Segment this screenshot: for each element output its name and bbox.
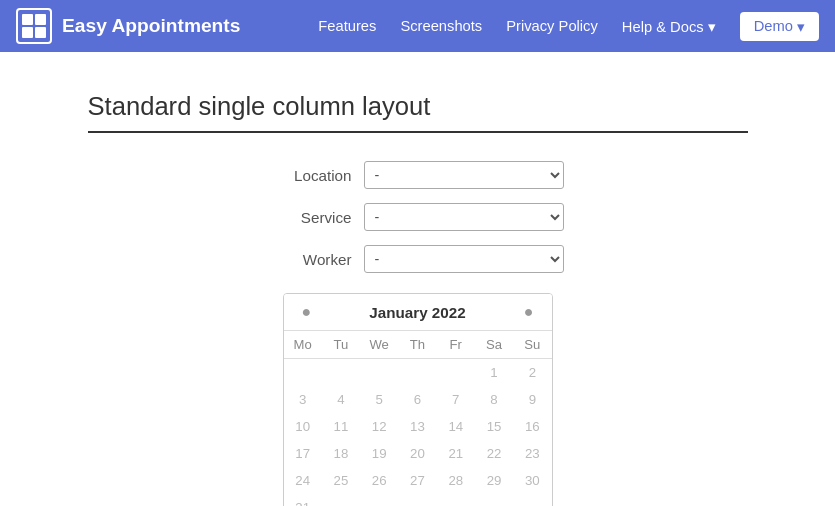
brand-label: Easy Appointments bbox=[62, 15, 240, 37]
calendar-cell[interactable]: 27 bbox=[398, 467, 436, 494]
calendar-cell[interactable]: 1 bbox=[475, 359, 513, 386]
calendar-cell[interactable]: 24 bbox=[284, 467, 322, 494]
calendar-grid: 1234567891011121314151617181920212223242… bbox=[284, 358, 552, 506]
worker-label: Worker bbox=[272, 251, 352, 268]
calendar-day-name: Mo bbox=[284, 331, 322, 358]
brand-link[interactable]: Easy Appointments bbox=[16, 8, 318, 44]
calendar-prev-button[interactable]: ● bbox=[296, 302, 318, 322]
main-content: Standard single column layout Location -… bbox=[68, 92, 768, 506]
calendar-cell bbox=[475, 494, 513, 506]
calendar-cell bbox=[322, 359, 360, 386]
service-select[interactable]: - bbox=[364, 203, 564, 231]
calendar-cell bbox=[398, 359, 436, 386]
calendar-cell[interactable]: 31 bbox=[284, 494, 322, 506]
worker-group: Worker - bbox=[88, 245, 748, 273]
calendar-cell[interactable]: 5 bbox=[360, 386, 398, 413]
location-group: Location - bbox=[88, 161, 748, 189]
calendar-cell bbox=[360, 494, 398, 506]
divider bbox=[88, 131, 748, 133]
calendar-cell[interactable]: 3 bbox=[284, 386, 322, 413]
calendar-cell[interactable]: 23 bbox=[513, 440, 551, 467]
location-label: Location bbox=[272, 167, 352, 184]
calendar-cell bbox=[437, 494, 475, 506]
calendar-cell[interactable]: 20 bbox=[398, 440, 436, 467]
page-title: Standard single column layout bbox=[88, 92, 748, 121]
calendar-day-name: Sa bbox=[475, 331, 513, 358]
calendar-cell[interactable]: 29 bbox=[475, 467, 513, 494]
calendar-cell[interactable]: 18 bbox=[322, 440, 360, 467]
calendar-wrapper: ● January 2022 ● MoTuWeThFrSaSu 12345678… bbox=[88, 293, 748, 506]
nav-screenshots[interactable]: Screenshots bbox=[400, 18, 482, 34]
brand-icon bbox=[16, 8, 52, 44]
calendar-cell bbox=[360, 359, 398, 386]
calendar: ● January 2022 ● MoTuWeThFrSaSu 12345678… bbox=[283, 293, 553, 506]
calendar-cell[interactable]: 21 bbox=[437, 440, 475, 467]
nav-helpdocs[interactable]: Help & Docs ▾ bbox=[622, 18, 716, 35]
calendar-day-name: Th bbox=[398, 331, 436, 358]
calendar-cell bbox=[437, 359, 475, 386]
calendar-cell[interactable]: 19 bbox=[360, 440, 398, 467]
calendar-cell[interactable]: 14 bbox=[437, 413, 475, 440]
calendar-day-name: Tu bbox=[322, 331, 360, 358]
navbar-links: Features Screenshots Privacy Policy Help… bbox=[318, 12, 819, 41]
calendar-cell[interactable]: 12 bbox=[360, 413, 398, 440]
calendar-next-button[interactable]: ● bbox=[518, 302, 540, 322]
calendar-cell[interactable]: 17 bbox=[284, 440, 322, 467]
calendar-cell[interactable]: 30 bbox=[513, 467, 551, 494]
calendar-day-name: Su bbox=[513, 331, 551, 358]
nav-features[interactable]: Features bbox=[318, 18, 376, 34]
worker-select[interactable]: - bbox=[364, 245, 564, 273]
calendar-cell bbox=[284, 359, 322, 386]
calendar-cell[interactable]: 6 bbox=[398, 386, 436, 413]
service-group: Service - bbox=[88, 203, 748, 231]
calendar-cell[interactable]: 10 bbox=[284, 413, 322, 440]
demo-button[interactable]: Demo ▾ bbox=[740, 12, 819, 41]
calendar-cell[interactable]: 25 bbox=[322, 467, 360, 494]
calendar-cell[interactable]: 28 bbox=[437, 467, 475, 494]
calendar-days-header: MoTuWeThFrSaSu bbox=[284, 330, 552, 358]
calendar-cell[interactable]: 7 bbox=[437, 386, 475, 413]
calendar-cell[interactable]: 2 bbox=[513, 359, 551, 386]
calendar-cell[interactable]: 13 bbox=[398, 413, 436, 440]
calendar-month-label: January 2022 bbox=[369, 304, 465, 321]
calendar-cell bbox=[398, 494, 436, 506]
calendar-day-name: We bbox=[360, 331, 398, 358]
calendar-cell[interactable]: 9 bbox=[513, 386, 551, 413]
calendar-cell[interactable]: 26 bbox=[360, 467, 398, 494]
calendar-cell[interactable]: 11 bbox=[322, 413, 360, 440]
calendar-header: ● January 2022 ● bbox=[284, 294, 552, 330]
calendar-cell[interactable]: 4 bbox=[322, 386, 360, 413]
nav-privacy[interactable]: Privacy Policy bbox=[506, 18, 598, 34]
service-label: Service bbox=[272, 209, 352, 226]
navbar: Easy Appointments Features Screenshots P… bbox=[0, 0, 835, 52]
calendar-cell bbox=[513, 494, 551, 506]
calendar-cell[interactable]: 16 bbox=[513, 413, 551, 440]
calendar-day-name: Fr bbox=[437, 331, 475, 358]
calendar-cell bbox=[322, 494, 360, 506]
calendar-cell[interactable]: 8 bbox=[475, 386, 513, 413]
calendar-cell[interactable]: 22 bbox=[475, 440, 513, 467]
calendar-cell[interactable]: 15 bbox=[475, 413, 513, 440]
location-select[interactable]: - bbox=[364, 161, 564, 189]
